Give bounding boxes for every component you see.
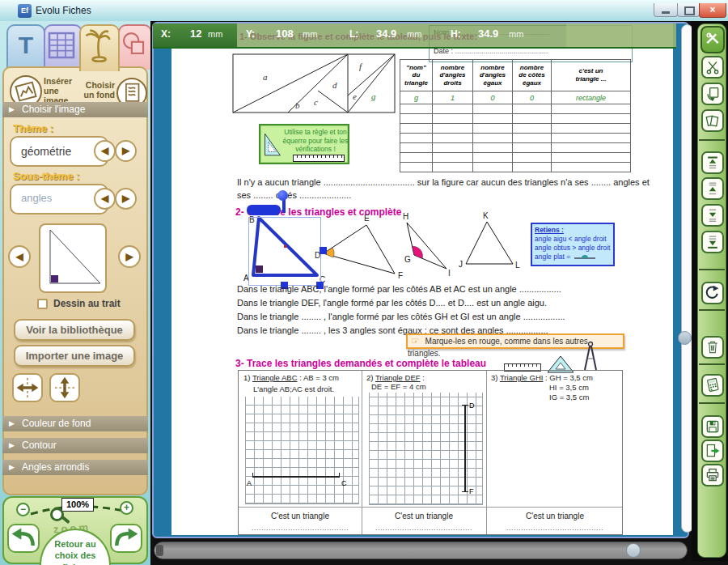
column-header: c'est un triangle ... [552, 60, 631, 91]
l-label: L: [349, 28, 358, 40]
tab-table[interactable] [44, 24, 83, 70]
selection-handle-right[interactable] [320, 247, 327, 254]
move-up-button[interactable] [701, 177, 724, 200]
bring-to-front-button[interactable] [701, 151, 724, 174]
panel1-grid[interactable] [245, 397, 359, 504]
view-library-button[interactable]: Voir la bibliothèque [14, 319, 135, 341]
triangle-def[interactable] [324, 225, 395, 274]
calculator-icon [705, 377, 721, 393]
footer-dots: ........................................ [362, 524, 486, 532]
print-button[interactable] [701, 464, 724, 486]
h-value: 34.9 [478, 28, 498, 40]
theme-next-button[interactable]: ▶ [115, 140, 137, 162]
fill-in-sentence: ses ........ côtés ..................... [237, 190, 351, 200]
triangle-ghi[interactable] [407, 223, 447, 269]
table-tool-icon [45, 26, 78, 65]
tab-image[interactable] [79, 24, 120, 71]
line-drawing-checkbox[interactable] [37, 299, 48, 309]
redo-arrow-icon [112, 525, 141, 551]
window-bottom-edge [150, 561, 728, 565]
retiens-line: angle obtus > angle droit [535, 244, 611, 253]
selection-pin-handle[interactable] [277, 190, 288, 201]
segment-df [464, 405, 466, 492]
pointing-hand-icon: ☞ [408, 335, 423, 346]
preview-next-button[interactable]: ▶ [118, 245, 141, 268]
maximize-button[interactable] [677, 3, 700, 17]
footer-dots: ........................................ [486, 524, 624, 532]
theme-label: Thème : [13, 122, 53, 134]
close-button[interactable]: × [699, 3, 726, 18]
subtheme-next-button[interactable]: ▶ [115, 188, 137, 210]
tools-button[interactable] [700, 26, 725, 53]
region-label: e [353, 91, 357, 101]
theme-prev-button[interactable]: ◀ [94, 140, 116, 162]
question3-title: 3- Trace les triangles demandés et compl… [235, 358, 486, 369]
retiens-box[interactable]: Retiens : angle aigu < angle droit angle… [531, 223, 615, 266]
x-label: X: [161, 28, 171, 40]
image-preview[interactable] [39, 223, 107, 293]
column-divider [362, 371, 362, 534]
delete-button[interactable] [701, 336, 724, 359]
import-image-button[interactable]: Importer une image [14, 345, 135, 367]
selection-bounding-box[interactable] [248, 217, 321, 286]
figure-rectangle-triangles[interactable]: a b c d e f g [231, 49, 399, 117]
l-unit: mm [407, 29, 421, 39]
triangle-jkl[interactable] [466, 222, 513, 264]
redo-button[interactable] [110, 524, 142, 553]
flip-horizontal-button[interactable] [12, 373, 43, 402]
sentence-ghi: Dans le triangle ........ , l'angle form… [237, 312, 565, 321]
toolbar-separator [699, 402, 725, 404]
section-outline[interactable]: ▶ Contour [2, 438, 148, 453]
worksheet-page[interactable]: 1- Observe la figure et complète le tabl… [171, 23, 673, 535]
horizontal-scrollbar-knob[interactable] [626, 543, 641, 558]
column-header: "nom" du triangle [400, 60, 433, 91]
minimize-button[interactable] [654, 3, 678, 17]
region-label: c [314, 97, 318, 107]
compass-icon [581, 341, 600, 373]
column-header: nombre d'angles égaux [473, 60, 513, 91]
duplicate-button[interactable] [701, 109, 724, 132]
panel1-title: 1) Triangle ABC : AB = 3 cm [243, 373, 339, 382]
drawing-table[interactable]: 1) Triangle ABC : AB = 3 cm L'angle AB;A… [238, 370, 623, 535]
zoom-slider-knob[interactable] [50, 508, 64, 521]
flip-vertical-button[interactable] [49, 373, 80, 402]
copy-button[interactable] [701, 83, 724, 105]
scrollbar-end-cap [156, 545, 163, 556]
expand-arrow-icon: ▶ [9, 416, 15, 431]
tab-shapes[interactable] [118, 24, 152, 70]
export-button[interactable] [701, 440, 724, 462]
preview-prev-button[interactable]: ◀ [8, 245, 31, 268]
tab-text[interactable]: T [6, 24, 45, 70]
section-rounded-corners[interactable]: ▶ Angles arrondis [2, 460, 148, 475]
send-to-back-button[interactable] [701, 231, 724, 253]
zoom-out-button[interactable]: − [16, 503, 30, 516]
rotate-button[interactable] [701, 282, 724, 304]
copy-icon [705, 86, 721, 102]
triangle-properties-table[interactable]: "nom" du triangle nombre d'angles droits… [400, 59, 631, 172]
vertex-label: J [459, 260, 463, 269]
subtheme-label: Sous-thème : [13, 170, 79, 182]
empty-row [400, 114, 631, 124]
save-button[interactable] [701, 415, 724, 438]
subtheme-prev-button[interactable]: ◀ [94, 188, 116, 210]
horizontal-scrollbar[interactable] [154, 542, 688, 559]
send-to-back-icon [705, 234, 721, 250]
move-down-button[interactable] [701, 204, 724, 227]
undo-button[interactable] [7, 524, 40, 553]
choose-image-header[interactable]: ▶ Choisir l'image [2, 102, 148, 117]
retiens-line: angle plat = [535, 253, 570, 261]
calculator-button[interactable] [701, 374, 724, 397]
selection-drag-blob[interactable] [247, 205, 281, 215]
point-label-c: C [341, 479, 347, 487]
cut-button[interactable] [701, 56, 724, 79]
vertical-scrollbar-knob[interactable] [678, 331, 692, 345]
zoom-in-button[interactable]: + [120, 501, 133, 515]
point-label-d: D [469, 401, 475, 410]
tip-box[interactable]: Utilise ta règle et ton équerre pour fai… [259, 124, 349, 164]
theme-value: géométrie [11, 138, 107, 158]
retiens-title: Retiens : [535, 226, 611, 235]
x-value: 12 [190, 28, 201, 40]
trash-icon [705, 339, 721, 355]
undo-arrow-icon [9, 525, 38, 551]
section-background-color[interactable]: ▶ Couleur de fond [2, 416, 148, 431]
